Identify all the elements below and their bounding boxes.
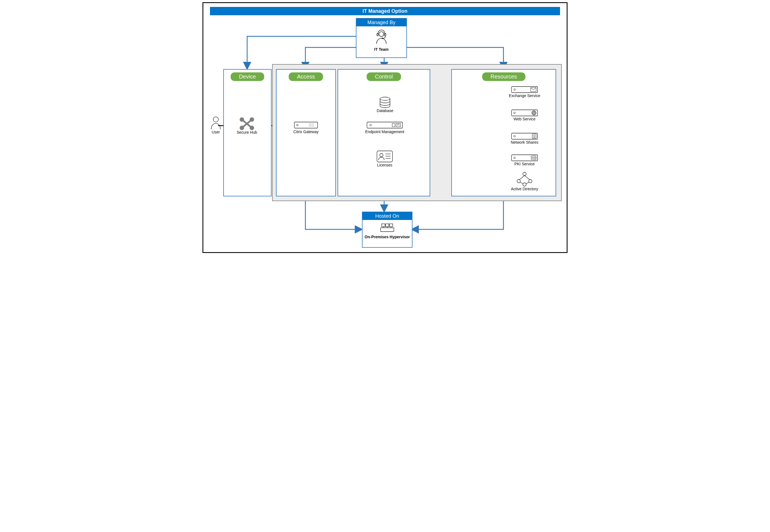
svg-point-23 — [297, 124, 298, 126]
secure-hub-label: Secure Hub — [231, 130, 263, 135]
svg-point-27 — [313, 124, 314, 124]
svg-rect-14 — [377, 34, 378, 36]
hosted-on-label: On-Premises Hypervisor — [364, 235, 410, 239]
svg-rect-33 — [367, 122, 402, 128]
svg-point-29 — [310, 126, 311, 126]
svg-rect-15 — [384, 34, 386, 36]
svg-point-61 — [532, 157, 534, 159]
database-label: Database — [373, 108, 397, 113]
node-pki: PKI Service — [500, 154, 549, 166]
ad-label: Active Directory — [500, 187, 549, 191]
node-exchange: Exchange Service — [500, 86, 549, 98]
user-icon — [210, 116, 222, 130]
svg-point-59 — [514, 157, 515, 159]
gateway-icon — [294, 122, 318, 130]
svg-point-67 — [529, 179, 532, 183]
ad-icon — [516, 172, 533, 187]
svg-rect-37 — [377, 151, 392, 162]
svg-point-25 — [310, 124, 311, 124]
exchange-icon — [511, 86, 538, 93]
pill-access: Access — [289, 72, 323, 81]
diagram-frame: IT Managed Option — [202, 2, 568, 253]
exchange-label: Exchange Service — [500, 93, 549, 98]
svg-point-66 — [517, 179, 520, 183]
user-label: User — [206, 130, 226, 134]
licenses-label: Licenses — [371, 163, 399, 167]
svg-point-38 — [380, 153, 383, 157]
title-bar: IT Managed Option — [210, 7, 560, 15]
svg-rect-71 — [386, 224, 389, 227]
svg-point-28 — [309, 126, 310, 126]
svg-point-68 — [523, 183, 526, 186]
server-icon — [367, 122, 403, 130]
license-icon — [377, 151, 393, 163]
node-citrix-gateway: Citrix Gateway — [287, 122, 325, 134]
card-managed-by: Managed By IT Team — [356, 18, 407, 58]
headset-person-icon — [373, 29, 390, 45]
svg-point-65 — [523, 172, 526, 176]
svg-point-24 — [309, 124, 310, 124]
svg-point-26 — [312, 124, 312, 124]
svg-rect-22 — [294, 122, 318, 128]
svg-rect-54 — [532, 134, 536, 138]
svg-rect-69 — [381, 228, 394, 232]
svg-point-31 — [313, 126, 314, 126]
svg-rect-35 — [392, 123, 395, 127]
node-secure-hub: Secure Hub — [231, 117, 263, 135]
svg-point-43 — [514, 89, 515, 90]
card-header: Hosted On — [363, 212, 412, 220]
card-header: Managed By — [356, 19, 406, 26]
svg-point-53 — [514, 135, 515, 137]
node-database: Database — [373, 97, 397, 113]
node-web: Web Service — [500, 110, 549, 121]
svg-rect-72 — [389, 224, 393, 227]
hypervisor-icon — [379, 222, 395, 233]
card-hosted-on: Hosted On On-Premises Hypervisor — [362, 212, 412, 248]
svg-point-46 — [514, 112, 515, 114]
node-endpoint-mgmt: Endpoint Management — [358, 122, 412, 134]
svg-point-30 — [312, 126, 312, 126]
managed-by-label: IT Team — [358, 47, 405, 52]
shares-icon — [511, 133, 538, 140]
web-label: Web Service — [500, 117, 549, 121]
svg-point-32 — [380, 97, 390, 100]
svg-rect-70 — [382, 224, 385, 227]
node-ad: Active Directory — [500, 172, 549, 191]
node-licenses: Licenses — [371, 151, 399, 167]
shares-label: Network Shares — [500, 140, 549, 145]
pill-device: Device — [231, 72, 264, 81]
svg-point-34 — [370, 124, 371, 126]
pki-label: PKI Service — [500, 162, 549, 166]
svg-point-13 — [379, 32, 384, 37]
pill-control: Control — [367, 72, 401, 81]
node-shares: Network Shares — [500, 133, 549, 145]
database-icon — [379, 97, 391, 108]
secure-hub-icon — [240, 117, 254, 130]
web-icon — [511, 110, 538, 117]
svg-point-17 — [213, 117, 219, 122]
pill-resources: Resources — [482, 72, 525, 81]
pki-icon — [511, 154, 538, 162]
gateway-label: Citrix Gateway — [287, 130, 325, 134]
node-user: User — [206, 116, 226, 134]
endpoint-label: Endpoint Management — [358, 130, 412, 134]
